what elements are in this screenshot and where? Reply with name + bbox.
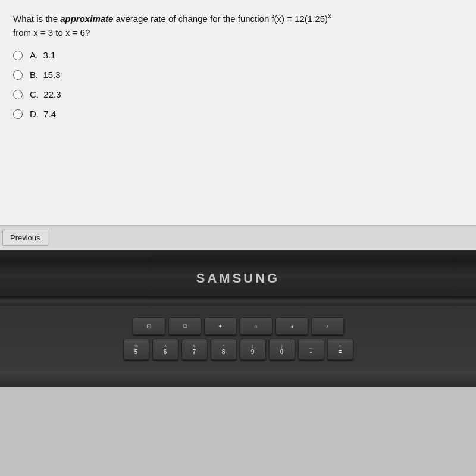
previous-button[interactable]: Previous: [2, 230, 48, 246]
key-fn6[interactable]: ♪: [311, 317, 344, 335]
option-d-row[interactable]: D. 7.4: [13, 109, 463, 119]
question-line2: from x = 3 to x = 6?: [13, 27, 90, 37]
key-plus[interactable]: + =: [327, 339, 353, 360]
key-fn5-icon: ◂: [290, 323, 293, 330]
key-8-top: *: [223, 343, 224, 349]
key-6-top: ∧: [164, 343, 167, 349]
option-a-radio[interactable]: [13, 51, 23, 60]
screen: What is the approximate average rate of …: [0, 0, 476, 250]
option-b-radio[interactable]: [13, 70, 23, 80]
key-fn1-icon: ⊡: [146, 323, 151, 330]
option-b-row[interactable]: B. 15.3: [13, 70, 463, 80]
key-fn5[interactable]: ◂: [275, 317, 308, 335]
key-plus-top: +: [339, 343, 342, 349]
key-7[interactable]: & 7: [181, 339, 208, 360]
key-fn2[interactable]: ⧉: [168, 317, 201, 335]
number-key-row: % 5 ∧ 6 & 7 * 8 ( 9 ) 0 _ - + =: [123, 339, 353, 360]
question-area: What is the approximate average rate of …: [0, 0, 476, 225]
function-text: f(x) = 12(1.25)x: [271, 14, 331, 24]
key-plus-bottom: =: [339, 349, 342, 355]
key-fn2-icon: ⧉: [183, 322, 187, 330]
question-part2: average rate of change for the function: [113, 14, 271, 24]
key-7-top: &: [193, 343, 196, 349]
key-fn3[interactable]: ✦: [204, 317, 237, 335]
option-b-label: B. 15.3: [30, 70, 61, 80]
laptop-top-bezel: [0, 250, 476, 261]
key-minus[interactable]: _ -: [298, 339, 324, 360]
key-fn6-icon: ♪: [326, 323, 329, 330]
key-9[interactable]: ( 9: [240, 339, 266, 360]
option-a-row[interactable]: A. 3.1: [13, 50, 463, 60]
key-5-top: %: [134, 343, 138, 349]
key-8[interactable]: * 8: [211, 339, 237, 360]
key-minus-bottom: -: [310, 349, 312, 355]
question-text: What is the approximate average rate of …: [13, 11, 463, 39]
key-6-bottom: 6: [164, 349, 167, 355]
option-c-label: C. 22.3: [30, 89, 61, 99]
option-c-row[interactable]: C. 22.3: [13, 89, 463, 99]
option-c-radio[interactable]: [13, 90, 23, 99]
key-9-bottom: 9: [251, 349, 255, 355]
key-minus-top: _: [309, 343, 312, 349]
question-part1: What is the: [13, 14, 60, 24]
nav-bar: Previous: [0, 225, 476, 250]
keyboard-area: ⊡ ⧉ ✦ ☼ ◂ ♪ % 5 ∧ 6 & 7 *: [0, 306, 476, 371]
laptop-hinge: [0, 296, 476, 306]
key-0[interactable]: ) 0: [269, 339, 295, 360]
option-d-radio[interactable]: [13, 109, 23, 119]
question-bold-italic: approximate: [60, 14, 113, 24]
key-6[interactable]: ∧ 6: [152, 339, 178, 360]
key-5[interactable]: % 5: [123, 339, 149, 360]
samsung-logo: SAMSUNG: [196, 271, 280, 286]
key-9-top: (: [252, 343, 253, 349]
laptop-brand-bar: SAMSUNG: [0, 261, 476, 296]
key-fn3-icon: ✦: [218, 323, 223, 330]
key-fn1[interactable]: ⊡: [133, 317, 165, 335]
option-a-label: A. 3.1: [30, 50, 55, 60]
key-7-bottom: 7: [193, 349, 196, 355]
key-0-top: ): [281, 343, 283, 349]
key-0-bottom: 0: [280, 349, 284, 355]
fn-key-row: ⊡ ⧉ ✦ ☼ ◂ ♪: [133, 317, 344, 335]
key-fn4-icon: ☼: [253, 323, 258, 330]
option-d-label: D. 7.4: [30, 109, 56, 119]
key-5-bottom: 5: [134, 349, 138, 355]
bottom-strip: [0, 371, 476, 387]
key-8-bottom: 8: [222, 349, 226, 355]
key-fn4[interactable]: ☼: [240, 317, 273, 335]
